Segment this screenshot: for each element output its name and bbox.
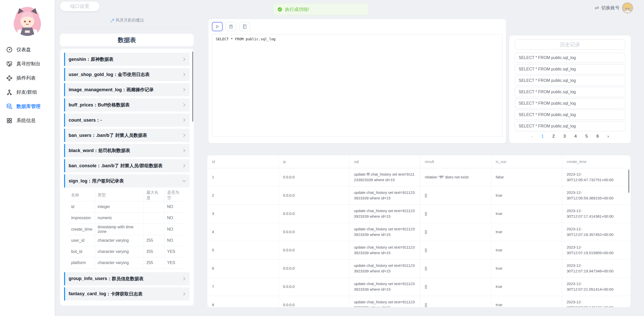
port-settings-button[interactable]: 端口设置 bbox=[60, 2, 100, 11]
sidebar: 仪表盘真寻控制台插件列表好友/群组数据库管理系统信息 bbox=[0, 0, 55, 316]
database-admin-page: { "colors": { "accent": "#409eff", "acti… bbox=[0, 0, 644, 316]
pagination-page-2[interactable]: 2 bbox=[552, 134, 555, 139]
pagination-page-6[interactable]: 6 bbox=[596, 134, 599, 139]
sidebar-menu: 仪表盘真寻控制台插件列表好友/群组数据库管理系统信息 bbox=[0, 43, 55, 128]
results-cell-result: [] bbox=[420, 241, 491, 259]
editor-toolbar bbox=[212, 22, 502, 31]
schema-row: create_timetimestamp with time zoneNO bbox=[69, 224, 185, 235]
table-name-separator: ： bbox=[94, 147, 98, 154]
table-list-item-buff_prices[interactable]: buff_prices：Buff价格数据表 bbox=[64, 98, 190, 111]
sidebar-item-friends[interactable]: 好友/群组 bbox=[0, 85, 55, 99]
table-list-item-user_shop_gold_log[interactable]: user_shop_gold_log：金币使用日志表 bbox=[64, 68, 190, 81]
results-row: 40.0.0.0update chat_history set text=911… bbox=[207, 223, 631, 241]
table-schema: 名称类型最大长度是否为空idintegerNOimpressionnumeric… bbox=[69, 190, 185, 269]
results-cell-result: [] bbox=[420, 205, 491, 223]
tables-list-scrollbar[interactable] bbox=[192, 51, 193, 122]
results-cell-create_time: 2023-12-30T12:07:19.947348+00:00 bbox=[562, 259, 631, 277]
pagination-page-4[interactable]: 4 bbox=[574, 134, 577, 139]
table-list-item-group_info_users[interactable]: group_info_users：群员信息数据表 bbox=[64, 272, 190, 285]
plugins-icon bbox=[6, 75, 13, 81]
database-icon bbox=[6, 103, 13, 110]
sidebar-item-system[interactable]: 系统信息 bbox=[0, 114, 55, 128]
history-title: 历史记录 bbox=[515, 40, 625, 50]
pagination-page-1[interactable]: 1 bbox=[541, 134, 544, 139]
schema-cell: YES bbox=[164, 257, 185, 268]
table-description: .ban/b了 封禁人员数据表 bbox=[96, 132, 147, 138]
clear-query-button[interactable] bbox=[226, 22, 236, 31]
results-column-create_time: create_time bbox=[562, 155, 631, 168]
sidebar-item-console[interactable]: 真寻控制台 bbox=[0, 57, 55, 71]
history-entry[interactable]: SELECT * FROM public.sql_log bbox=[515, 76, 625, 86]
table-list-item-sign_log[interactable]: sign_log：用户签到记录表 bbox=[64, 174, 190, 188]
results-cell-ip: 0.0.0.0 bbox=[278, 168, 349, 186]
table-name: user_shop_gold_log bbox=[69, 72, 113, 77]
results-cell-is_suc: false bbox=[491, 168, 562, 186]
copy-query-button[interactable] bbox=[239, 22, 250, 31]
table-list-item-image_management_log[interactable]: image_management_log：画廊操作记录 bbox=[64, 83, 190, 96]
history-entry[interactable]: SELECT * FROM public.sql_log bbox=[515, 98, 625, 108]
friends-icon bbox=[6, 89, 13, 96]
history-entry[interactable]: SELECT * FROM public.sql_log bbox=[515, 121, 625, 131]
panel-divider bbox=[64, 28, 193, 29]
user-avatar[interactable] bbox=[622, 2, 633, 13]
table-description: 卡牌获取日志表 bbox=[111, 291, 143, 297]
pagination-prev-button[interactable]: ‹ bbox=[531, 134, 533, 139]
results-cell-result: [] bbox=[420, 223, 491, 241]
history-entry[interactable]: SELECT * FROM public.sql_log bbox=[515, 87, 625, 97]
table-list-item-fantasy_card_log[interactable]: fantasy_card_log：卡牌获取日志表 bbox=[64, 287, 190, 301]
results-cell-sql: update chat_history set text=91112339233… bbox=[349, 259, 420, 277]
results-cell-is_suc: true bbox=[491, 223, 562, 241]
chevron-down-icon bbox=[182, 178, 187, 183]
table-name-separator: ： bbox=[93, 102, 98, 108]
table-list-item-ban_users[interactable]: ban_users：.ban/b了 封禁人员数据表 bbox=[64, 129, 190, 142]
history-entry[interactable]: SELECT * FROM public.sql_log bbox=[515, 110, 625, 120]
sidebar-item-plugins[interactable]: 插件列表 bbox=[0, 71, 55, 85]
results-cell-create_time: 2023-12-30T12:05:47.732751+00:00 bbox=[562, 168, 631, 186]
pagination-page-5[interactable]: 5 bbox=[585, 134, 588, 139]
schema-header-cell: 类型 bbox=[95, 190, 144, 201]
run-icon bbox=[214, 24, 220, 29]
table-name-separator: ： bbox=[113, 71, 118, 78]
table-description: 用户签到记录表 bbox=[92, 178, 124, 184]
table-name-separator: ： bbox=[106, 291, 111, 297]
chevron-right-icon bbox=[182, 87, 187, 92]
table-description: Buff价格数据表 bbox=[98, 102, 130, 108]
wizard-caption: 风灵月影的魔法 bbox=[60, 18, 194, 23]
results-row: 80.0.0.0update chat_history set text=911… bbox=[207, 296, 631, 307]
table-list-item-ban_console[interactable]: ban_console：.ban/b了 封禁人员/群组数据表 bbox=[64, 159, 190, 172]
table-name-separator: ： bbox=[96, 163, 101, 169]
table-list-item-black_word[interactable]: black_word：惩罚机制数据表 bbox=[64, 144, 190, 157]
results-cell-ip: 0.0.0.0 bbox=[278, 205, 349, 223]
table-name-separator: ： bbox=[86, 56, 91, 62]
results-cell-ip: 0.0.0.0 bbox=[278, 296, 349, 307]
results-column-sql: sql bbox=[349, 155, 420, 168]
sidebar-item-dashboard[interactable]: 仪表盘 bbox=[0, 43, 55, 57]
gauge-icon bbox=[6, 46, 13, 53]
sql-editor-input[interactable]: SELECT * FROM public.sql_log bbox=[212, 34, 502, 137]
table-list-item-genshin[interactable]: genshin：原神数据表 bbox=[64, 53, 190, 66]
table-name: fantasy_card_log bbox=[69, 291, 106, 296]
schema-cell: create_time bbox=[69, 224, 95, 235]
table-list-item-count_users[interactable]: count_users：- bbox=[64, 114, 190, 127]
success-toast-text: 执行成功啦! bbox=[285, 6, 309, 12]
schema-cell: 255 bbox=[144, 257, 164, 268]
chevron-right-icon bbox=[182, 276, 187, 281]
schema-row: idintegerNO bbox=[69, 201, 185, 212]
table-description: 惩罚机制数据表 bbox=[98, 147, 130, 154]
run-query-button[interactable] bbox=[212, 22, 223, 31]
schema-cell: character varying bbox=[95, 235, 144, 246]
schema-cell: 255 bbox=[144, 246, 164, 257]
pagination-next-button[interactable]: › bbox=[607, 134, 609, 139]
pagination-page-3[interactable]: 3 bbox=[563, 134, 566, 139]
history-entry[interactable]: SELECT * FROM public.sql_log bbox=[515, 53, 625, 63]
history-entry[interactable]: SELECT * FROM public.sql_log bbox=[515, 64, 625, 74]
results-scrollbar[interactable] bbox=[628, 170, 629, 193]
results-cell-result: [] bbox=[420, 259, 491, 277]
sidebar-item-database[interactable]: 数据库管理 bbox=[0, 99, 55, 114]
tables-list: genshin：原神数据表user_shop_gold_log：金币使用日志表i… bbox=[64, 53, 190, 301]
table-name: black_word bbox=[69, 148, 94, 153]
schema-header-cell: 最大长度 bbox=[144, 190, 164, 201]
results-row: 60.0.0.0update chat_history set text=911… bbox=[207, 259, 631, 277]
results-cell-result: [] bbox=[420, 296, 491, 307]
account-switcher[interactable]: ⇌ 切换账号 bbox=[595, 2, 633, 14]
